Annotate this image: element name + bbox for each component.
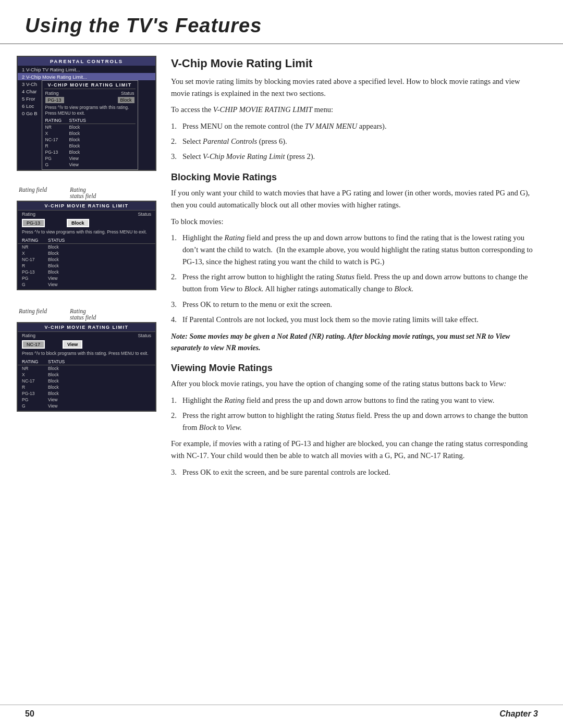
col-status-label: Status <box>121 91 134 96</box>
tr-pg-bot: PGView <box>18 397 155 403</box>
tr-nr-mid: NRBlock <box>18 244 155 250</box>
overlay-rating-val-top: PG-13 <box>45 97 64 103</box>
viewing-intro: After you block movie ratings, you have … <box>171 378 538 390</box>
overlay-col-headers-mid: Rating Status <box>18 211 155 218</box>
viewing-step-3: 3. Press OK to exit the screen, and be s… <box>171 466 538 478</box>
col-rating-label: Rating <box>45 91 59 96</box>
blocking-heading: Blocking Movie Ratings <box>171 172 538 183</box>
viewing-final: 3. Press OK to exit the screen, and be s… <box>171 466 538 478</box>
tr-nc17-bot: NC-17Block <box>18 378 155 384</box>
vchip-steps: 1. Press MENU on the remote control (the… <box>171 120 538 163</box>
overlay-header-top: V-CHIP MOVIE RATING LIMIT <box>44 82 136 89</box>
overlay-header-bot: V-CHIP MOVIE RATING LIMIT <box>18 323 155 332</box>
viewing-steps: 1. Highlight the Rating field and press … <box>171 394 538 434</box>
tr-pg-mid: PGView <box>18 275 155 281</box>
overlay-values-top: PG-13 Block <box>44 96 136 104</box>
blocking-note: Note: Some movies may be given a Not Rat… <box>171 331 538 353</box>
viewing-heading: Viewing Movie Ratings <box>171 363 538 374</box>
page-title: Using the TV's Features <box>25 15 538 37</box>
overlay-col-headers-bot: Rating Status <box>18 332 155 339</box>
screenshot-bottom: Rating field Ratingstatus field V-CHIP M… <box>17 308 153 412</box>
overlay-col-headers-top: Rating Status <box>44 90 136 96</box>
label-status-field-mid: Ratingstatus field <box>70 187 96 199</box>
tr-x-top: XBlock <box>44 130 136 137</box>
footer-page-number: 50 <box>25 709 34 719</box>
tr-pg13-bot: PG-13Block <box>18 390 155 397</box>
page-footer: 50 Chapter 3 <box>0 705 563 719</box>
mid-status-val: Block <box>67 219 89 227</box>
vchip-step-2: 2. Select Parental Controls (press 6). <box>171 135 538 147</box>
label-rating-field-bot: Rating field <box>19 308 59 320</box>
tr-x-bot: XBlock <box>18 372 155 378</box>
bot-status-val: View <box>63 340 82 349</box>
tr-nr-top: NRBlock <box>44 124 136 130</box>
pc-item-4: 4 Char <box>18 88 42 95</box>
th-rating-top: RATING <box>45 118 65 123</box>
blocking-steps: 1. Highlight the Rating field and press … <box>171 232 538 326</box>
tr-pg-top: PGView <box>44 155 136 162</box>
vchip-menu-name: V-CHIP MOVIE RATING LIMIT <box>213 105 313 114</box>
main-content: PARENTAL CONTROLS 1 V-Chip TV Rating Lim… <box>0 44 563 494</box>
vchip-overlay-top: V-CHIP MOVIE RATING LIMIT Rating Status … <box>42 80 138 170</box>
tr-x-mid: XBlock <box>18 250 155 256</box>
overlay-instruction-top: Press ^/v to view programs with this rat… <box>44 104 136 117</box>
tr-r-bot: RBlock <box>18 384 155 390</box>
right-column: V-Chip Movie Rating Limit You set movie … <box>162 44 563 494</box>
bot-instruction: Press ^/v to block programs with this ra… <box>18 350 155 357</box>
viewing-outro: For example, if movies with a rating of … <box>171 438 538 462</box>
table-header-top: RATING STATUS <box>44 117 136 124</box>
screenshot-top: PARENTAL CONTROLS 1 V-Chip TV Rating Lim… <box>17 56 153 171</box>
tr-pg13-mid: PG-13Block <box>18 269 155 275</box>
viewing-step-2: 2. Press the right arrow button to highl… <box>171 410 538 434</box>
table-header-bot: RATING STATUS <box>18 359 155 365</box>
pc-item-6: 6 Loc <box>18 102 42 109</box>
vchip-access-label: To access the V-CHIP MOVIE RATING LIMIT … <box>171 104 538 116</box>
mid-instruction: Press ^/v to view programs with this rat… <box>18 228 155 236</box>
blocking-step-2: 2. Press the right arrow button to highl… <box>171 271 538 295</box>
page-header: Using the TV's Features <box>0 0 563 44</box>
blocking-step-4: 4. If Parental Controls are not locked, … <box>171 314 538 326</box>
tv-screen-bottom: V-CHIP MOVIE RATING LIMIT Rating Status … <box>17 322 156 412</box>
note-bold: Note: Some movies may be given a Not Rat… <box>171 332 510 352</box>
pc-item-5: 5 Fror <box>18 95 42 102</box>
blocking-intro: If you only want your child to watch mov… <box>171 187 538 211</box>
left-column: PARENTAL CONTROLS 1 V-Chip TV Rating Lim… <box>0 44 162 494</box>
overlay-status-val-top: Block <box>118 97 134 103</box>
th-status-top: STATUS <box>69 118 86 123</box>
tr-g-mid: GView <box>18 281 155 288</box>
middle-labels: Rating field Ratingstatus field <box>17 187 153 199</box>
mid-rating-val: PG-13 <box>22 219 45 227</box>
vchip-step-1: 1. Press MENU on the remote control (the… <box>171 120 538 132</box>
viewing-step-1: 1. Highlight the Rating field and press … <box>171 394 538 406</box>
pc-item-1: 1 V-Chip TV Rating Limit... <box>18 66 155 73</box>
bot-rating-val: NC-17 <box>22 340 45 349</box>
tr-g-bot: GView <box>18 403 155 409</box>
tr-r-top: RBlock <box>44 143 136 149</box>
vchip-step-3: 3. Select V-Chip Movie Rating Limit (pre… <box>171 151 538 163</box>
tr-nc17-top: NC-17Block <box>44 137 136 143</box>
tr-pg13-top: PG-13Block <box>44 149 136 155</box>
tr-nr-bot: NRBlock <box>18 365 155 372</box>
vchip-heading: V-Chip Movie Rating Limit <box>171 57 538 70</box>
table-header-mid: RATING STATUS <box>18 237 155 244</box>
parental-controls-header: PARENTAL CONTROLS <box>18 57 155 66</box>
blocking-step-3: 3. Press OK to return to the menu or exi… <box>171 299 538 311</box>
label-status-field-bot: Ratingstatus field <box>70 308 96 320</box>
overlay-values-bot: NC-17 View <box>18 339 155 350</box>
pc-item-0: 0 Go B <box>18 109 42 117</box>
overlay-values-mid: PG-13 Block <box>18 218 155 228</box>
blocking-to-block: To block movies: <box>171 216 538 228</box>
bottom-labels: Rating field Ratingstatus field <box>17 308 153 320</box>
pc-item-3: 3 V-Ch <box>18 80 42 88</box>
tv-screen-parental: PARENTAL CONTROLS 1 V-Chip TV Rating Lim… <box>17 56 156 171</box>
vchip-intro: You set movie rating limits by blocking … <box>171 76 538 100</box>
tr-nc17-mid: NC-17Block <box>18 256 155 263</box>
screenshot-middle: Rating field Ratingstatus field V-CHIP M… <box>17 187 153 290</box>
overlay-header-mid: V-CHIP MOVIE RATING LIMIT <box>18 202 155 211</box>
blocking-step-1: 1. Highlight the Rating field and press … <box>171 232 538 268</box>
tr-r-mid: RBlock <box>18 263 155 269</box>
pc-item-2: 2 V-Chip Movie Rating Limit... <box>18 73 155 80</box>
tr-g-top: GView <box>44 162 136 168</box>
tv-screen-middle: V-CHIP MOVIE RATING LIMIT Rating Status … <box>17 201 156 290</box>
label-rating-field-mid: Rating field <box>19 187 59 199</box>
